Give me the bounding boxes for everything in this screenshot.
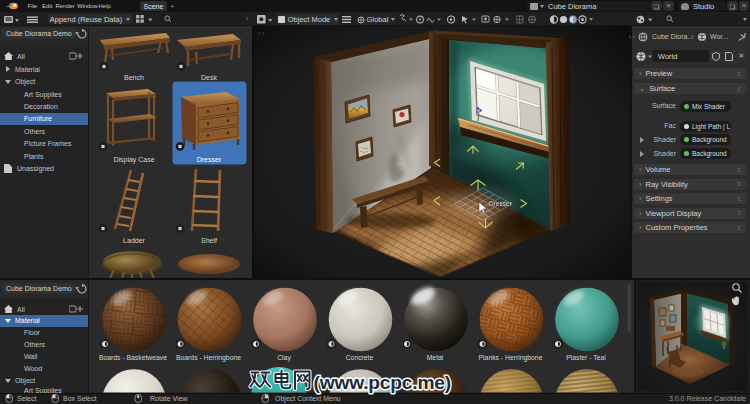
svg-text:Select: Select [17, 395, 37, 402]
svg-text:Rotate View: Rotate View [150, 395, 189, 402]
svg-text:Box Select: Box Select [63, 395, 97, 402]
svg-text:3.0.0 Release Candidate: 3.0.0 Release Candidate [669, 395, 746, 402]
svg-text:(www.pcpc.me): (www.pcpc.me) [314, 372, 451, 393]
